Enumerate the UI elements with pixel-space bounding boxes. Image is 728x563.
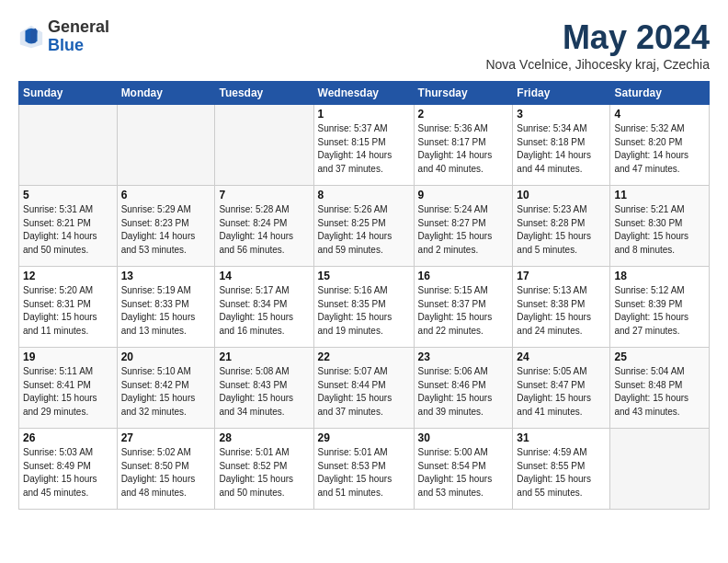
- day-number-25: 25: [614, 350, 705, 363]
- day-info-16: Sunrise: 5:15 AM Sunset: 8:37 PM Dayligh…: [418, 284, 509, 338]
- day-number-31: 31: [517, 431, 606, 444]
- logo-general-text: General: [48, 18, 109, 37]
- day-23: 23Sunrise: 5:06 AM Sunset: 8:46 PM Dayli…: [414, 348, 513, 429]
- day-info-28: Sunrise: 5:01 AM Sunset: 8:52 PM Dayligh…: [219, 446, 309, 500]
- day-9: 9Sunrise: 5:24 AM Sunset: 8:27 PM Daylig…: [414, 186, 513, 267]
- day-17: 17Sunrise: 5:13 AM Sunset: 8:38 PM Dayli…: [513, 267, 610, 348]
- week-row-2: 5Sunrise: 5:31 AM Sunset: 8:21 PM Daylig…: [19, 186, 710, 267]
- day-25: 25Sunrise: 5:04 AM Sunset: 8:48 PM Dayli…: [610, 348, 710, 429]
- day-number-17: 17: [517, 270, 606, 282]
- day-number-30: 30: [418, 431, 509, 444]
- day-info-26: Sunrise: 5:03 AM Sunset: 8:49 PM Dayligh…: [23, 446, 113, 500]
- day-number-23: 23: [418, 350, 509, 363]
- day-info-7: Sunrise: 5:28 AM Sunset: 8:24 PM Dayligh…: [219, 203, 309, 257]
- day-info-11: Sunrise: 5:21 AM Sunset: 8:30 PM Dayligh…: [614, 203, 705, 257]
- weekday-thursday: Thursday: [414, 82, 513, 105]
- day-info-6: Sunrise: 5:29 AM Sunset: 8:23 PM Dayligh…: [121, 203, 211, 257]
- day-info-3: Sunrise: 5:34 AM Sunset: 8:18 PM Dayligh…: [517, 122, 606, 176]
- day-5: 5Sunrise: 5:31 AM Sunset: 8:21 PM Daylig…: [19, 186, 118, 267]
- day-number-28: 28: [219, 431, 309, 444]
- day-info-25: Sunrise: 5:04 AM Sunset: 8:48 PM Dayligh…: [614, 365, 705, 419]
- day-22: 22Sunrise: 5:07 AM Sunset: 8:44 PM Dayli…: [313, 348, 414, 429]
- week-row-3: 12Sunrise: 5:20 AM Sunset: 8:31 PM Dayli…: [19, 267, 710, 348]
- day-3: 3Sunrise: 5:34 AM Sunset: 8:18 PM Daylig…: [513, 105, 610, 186]
- day-info-1: Sunrise: 5:37 AM Sunset: 8:15 PM Dayligh…: [318, 122, 410, 176]
- weekday-header-row: SundayMondayTuesdayWednesdayThursdayFrid…: [19, 82, 710, 105]
- day-14: 14Sunrise: 5:17 AM Sunset: 8:34 PM Dayli…: [215, 267, 313, 348]
- day-number-13: 13: [121, 270, 211, 282]
- weekday-tuesday: Tuesday: [215, 82, 313, 105]
- day-number-16: 16: [418, 270, 509, 282]
- day-number-15: 15: [318, 270, 410, 282]
- calendar-body: 1Sunrise: 5:37 AM Sunset: 8:15 PM Daylig…: [19, 105, 710, 510]
- day-6: 6Sunrise: 5:29 AM Sunset: 8:23 PM Daylig…: [117, 186, 215, 267]
- day-13: 13Sunrise: 5:19 AM Sunset: 8:33 PM Dayli…: [117, 267, 215, 348]
- day-31: 31Sunrise: 4:59 AM Sunset: 8:55 PM Dayli…: [513, 429, 610, 510]
- day-info-27: Sunrise: 5:02 AM Sunset: 8:50 PM Dayligh…: [121, 446, 211, 500]
- day-info-24: Sunrise: 5:05 AM Sunset: 8:47 PM Dayligh…: [517, 365, 606, 419]
- day-26: 26Sunrise: 5:03 AM Sunset: 8:49 PM Dayli…: [19, 429, 118, 510]
- day-info-19: Sunrise: 5:11 AM Sunset: 8:41 PM Dayligh…: [23, 365, 113, 419]
- day-12: 12Sunrise: 5:20 AM Sunset: 8:31 PM Dayli…: [19, 267, 118, 348]
- day-16: 16Sunrise: 5:15 AM Sunset: 8:37 PM Dayli…: [414, 267, 513, 348]
- day-info-10: Sunrise: 5:23 AM Sunset: 8:28 PM Dayligh…: [517, 203, 606, 257]
- day-number-26: 26: [23, 431, 113, 444]
- day-info-4: Sunrise: 5:32 AM Sunset: 8:20 PM Dayligh…: [614, 122, 705, 176]
- day-number-21: 21: [219, 350, 309, 363]
- day-number-9: 9: [418, 189, 509, 201]
- day-30: 30Sunrise: 5:00 AM Sunset: 8:54 PM Dayli…: [414, 429, 513, 510]
- week-row-1: 1Sunrise: 5:37 AM Sunset: 8:15 PM Daylig…: [19, 105, 710, 186]
- day-20: 20Sunrise: 5:10 AM Sunset: 8:42 PM Dayli…: [117, 348, 215, 429]
- month-title: May 2024: [485, 18, 710, 57]
- day-number-12: 12: [23, 270, 113, 282]
- day-number-4: 4: [614, 108, 705, 121]
- day-number-10: 10: [517, 189, 606, 201]
- day-number-3: 3: [517, 108, 606, 121]
- day-10: 10Sunrise: 5:23 AM Sunset: 8:28 PM Dayli…: [513, 186, 610, 267]
- weekday-sunday: Sunday: [19, 82, 118, 105]
- day-4: 4Sunrise: 5:32 AM Sunset: 8:20 PM Daylig…: [610, 105, 710, 186]
- weekday-friday: Friday: [513, 82, 610, 105]
- logo-text: General Blue: [48, 18, 109, 55]
- day-info-22: Sunrise: 5:07 AM Sunset: 8:44 PM Dayligh…: [318, 365, 410, 419]
- day-number-24: 24: [517, 350, 606, 363]
- day-number-22: 22: [318, 350, 410, 363]
- week-row-5: 26Sunrise: 5:03 AM Sunset: 8:49 PM Dayli…: [19, 429, 710, 510]
- weekday-wednesday: Wednesday: [313, 82, 414, 105]
- empty-cell: [215, 105, 313, 186]
- day-info-14: Sunrise: 5:17 AM Sunset: 8:34 PM Dayligh…: [219, 284, 309, 338]
- logo-icon: [18, 24, 44, 50]
- day-info-15: Sunrise: 5:16 AM Sunset: 8:35 PM Dayligh…: [318, 284, 410, 338]
- page-header: General Blue May 2024 Nova Vcelnice, Jih…: [18, 18, 710, 72]
- calendar-table: SundayMondayTuesdayWednesdayThursdayFrid…: [18, 81, 710, 510]
- day-info-13: Sunrise: 5:19 AM Sunset: 8:33 PM Dayligh…: [121, 284, 211, 338]
- day-28: 28Sunrise: 5:01 AM Sunset: 8:52 PM Dayli…: [215, 429, 313, 510]
- day-info-18: Sunrise: 5:12 AM Sunset: 8:39 PM Dayligh…: [614, 284, 705, 338]
- empty-cell: [610, 429, 710, 510]
- day-number-18: 18: [614, 270, 705, 282]
- day-8: 8Sunrise: 5:26 AM Sunset: 8:25 PM Daylig…: [313, 186, 414, 267]
- week-row-4: 19Sunrise: 5:11 AM Sunset: 8:41 PM Dayli…: [19, 348, 710, 429]
- day-info-8: Sunrise: 5:26 AM Sunset: 8:25 PM Dayligh…: [318, 203, 410, 257]
- day-info-12: Sunrise: 5:20 AM Sunset: 8:31 PM Dayligh…: [23, 284, 113, 338]
- day-27: 27Sunrise: 5:02 AM Sunset: 8:50 PM Dayli…: [117, 429, 215, 510]
- day-15: 15Sunrise: 5:16 AM Sunset: 8:35 PM Dayli…: [313, 267, 414, 348]
- day-info-9: Sunrise: 5:24 AM Sunset: 8:27 PM Dayligh…: [418, 203, 509, 257]
- day-number-11: 11: [614, 189, 705, 201]
- day-18: 18Sunrise: 5:12 AM Sunset: 8:39 PM Dayli…: [610, 267, 710, 348]
- day-info-17: Sunrise: 5:13 AM Sunset: 8:38 PM Dayligh…: [517, 284, 606, 338]
- calendar-header: SundayMondayTuesdayWednesdayThursdayFrid…: [19, 82, 710, 105]
- day-11: 11Sunrise: 5:21 AM Sunset: 8:30 PM Dayli…: [610, 186, 710, 267]
- day-1: 1Sunrise: 5:37 AM Sunset: 8:15 PM Daylig…: [313, 105, 414, 186]
- day-number-1: 1: [318, 108, 410, 121]
- logo: General Blue: [18, 18, 109, 55]
- day-info-23: Sunrise: 5:06 AM Sunset: 8:46 PM Dayligh…: [418, 365, 509, 419]
- day-number-8: 8: [318, 189, 410, 201]
- day-number-20: 20: [121, 350, 211, 363]
- day-number-14: 14: [219, 270, 309, 282]
- day-info-21: Sunrise: 5:08 AM Sunset: 8:43 PM Dayligh…: [219, 365, 309, 419]
- day-number-19: 19: [23, 350, 113, 363]
- title-block: May 2024 Nova Vcelnice, Jihocesky kraj, …: [485, 18, 710, 72]
- day-number-5: 5: [23, 189, 113, 201]
- empty-cell: [117, 105, 215, 186]
